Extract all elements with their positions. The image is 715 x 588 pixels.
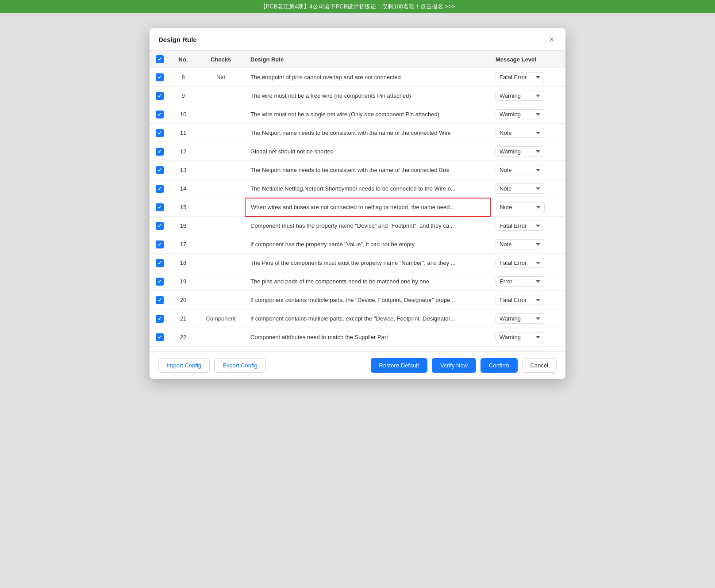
col-level: Message Level xyxy=(490,51,565,68)
row-level-select[interactable]: Fatal ErrorErrorWarningNote xyxy=(496,183,544,194)
row-number: 10 xyxy=(170,105,196,124)
table-row: 14The Netlable,Netflag,Netport,Shortsymb… xyxy=(150,179,565,198)
row-number: 22 xyxy=(170,328,196,347)
row-level-select[interactable]: Fatal ErrorErrorWarningNote xyxy=(496,165,544,175)
table-row: 23If component contains multiple parts, … xyxy=(150,347,565,352)
row-rule: If component contains multiple parts, ex… xyxy=(245,309,490,328)
table-header-row: No. Checks Design Rule Message Level xyxy=(150,51,565,68)
cancel-button[interactable]: Cancel xyxy=(522,358,557,373)
table-row: 18The Pins of the components must exist … xyxy=(150,254,565,272)
col-checks: Checks xyxy=(196,51,245,68)
row-rule: The Netlable,Netflag,Netport,Shortsymbol… xyxy=(245,179,490,198)
row-number: 20 xyxy=(170,291,196,309)
row-level-select[interactable]: Fatal ErrorErrorWarningNote xyxy=(496,91,544,101)
table-row: 17If component has the property name "Va… xyxy=(150,235,565,254)
row-checks xyxy=(196,328,245,347)
row-checkbox[interactable] xyxy=(156,129,164,137)
row-checkbox-cell xyxy=(150,161,170,179)
row-checks xyxy=(196,217,245,235)
row-checks xyxy=(196,235,245,254)
row-number: 17 xyxy=(170,235,196,254)
close-button[interactable]: × xyxy=(546,34,557,44)
row-level-cell: Fatal ErrorErrorWarningNote xyxy=(490,272,565,291)
row-checkbox-cell xyxy=(150,87,170,105)
row-level-select[interactable]: Fatal ErrorErrorWarningNote xyxy=(496,146,544,157)
row-checkbox[interactable] xyxy=(156,222,164,230)
row-level-select[interactable]: Fatal ErrorErrorWarningNote xyxy=(496,332,544,342)
row-checkbox[interactable] xyxy=(156,259,164,267)
row-checkbox[interactable] xyxy=(156,166,164,174)
table-row: 19The pins and pads of the components ne… xyxy=(150,272,565,291)
row-checks xyxy=(196,161,245,179)
row-checkbox[interactable] xyxy=(156,73,164,81)
row-checkbox[interactable] xyxy=(156,315,164,323)
row-checkbox-cell xyxy=(150,328,170,347)
row-rule: Global net should not be shorted xyxy=(245,142,490,161)
footer-left: Import Config Export Config xyxy=(158,358,266,373)
row-level-select[interactable]: Fatal ErrorErrorWarningNote xyxy=(496,72,544,82)
table-row: 20If component contains multiple parts, … xyxy=(150,291,565,309)
row-level-select[interactable]: Fatal ErrorErrorWarningNote xyxy=(496,351,544,351)
row-level-select[interactable]: Fatal ErrorErrorWarningNote xyxy=(496,128,544,138)
row-number: 13 xyxy=(170,161,196,179)
row-checkbox-cell xyxy=(150,291,170,309)
row-checkbox[interactable] xyxy=(156,111,164,118)
row-level-cell: Fatal ErrorErrorWarningNote xyxy=(490,105,565,124)
row-checks xyxy=(196,347,245,352)
row-checkbox-cell xyxy=(150,198,170,217)
table-row: 21ComponentIf component contains multipl… xyxy=(150,309,565,328)
confirm-button[interactable]: Confirm xyxy=(481,358,518,373)
row-checkbox-cell xyxy=(150,124,170,142)
row-checkbox[interactable] xyxy=(156,92,164,100)
design-rule-dialog: Design Rule × No. Checks Design Rule Mes… xyxy=(150,28,565,379)
restore-default-button[interactable]: Restore Default xyxy=(371,358,427,373)
row-checkbox[interactable] xyxy=(156,333,164,341)
row-number: 23 xyxy=(170,347,196,352)
row-checkbox-cell xyxy=(150,217,170,235)
row-number: 16 xyxy=(170,217,196,235)
row-checks xyxy=(196,254,245,272)
row-checkbox[interactable] xyxy=(156,241,164,248)
row-level-cell: Fatal ErrorErrorWarningNote xyxy=(490,124,565,142)
row-checkbox[interactable] xyxy=(156,203,164,211)
row-checks xyxy=(196,272,245,291)
col-no: No. xyxy=(170,51,196,68)
row-level-select[interactable]: Fatal ErrorErrorWarningNote xyxy=(496,109,544,119)
table-row: 16Component must has the property name "… xyxy=(150,217,565,235)
row-checkbox-cell xyxy=(150,347,170,352)
row-rule: If component contains multiple parts, ea… xyxy=(245,347,490,352)
footer-right: Restore Default Verify Now Confirm Cance… xyxy=(371,358,557,373)
row-level-select[interactable]: Fatal ErrorErrorWarningNote xyxy=(496,313,544,324)
row-checks: Component xyxy=(196,309,245,328)
table-row: 10The wire must not be a single net wire… xyxy=(150,105,565,124)
import-config-button[interactable]: Import Config xyxy=(158,358,210,373)
row-number: 15 xyxy=(170,198,196,217)
verify-now-button[interactable]: Verify Now xyxy=(432,358,476,373)
row-level-cell: Fatal ErrorErrorWarningNote xyxy=(490,68,565,87)
row-level-select[interactable]: Fatal ErrorErrorWarningNote xyxy=(496,239,544,249)
row-level-select[interactable]: Fatal ErrorErrorWarningNote xyxy=(496,276,544,286)
export-config-button[interactable]: Export Config xyxy=(214,358,266,373)
header-checkbox[interactable] xyxy=(156,55,164,63)
row-level-select[interactable]: Fatal ErrorErrorWarningNote xyxy=(496,295,544,305)
table-row: 9The wire must not be a free wire (no co… xyxy=(150,87,565,105)
row-rule: The wire must not be a free wire (no com… xyxy=(245,87,490,105)
row-level-select[interactable]: Fatal ErrorErrorWarningNote xyxy=(496,258,544,268)
row-number: 21 xyxy=(170,309,196,328)
row-checks xyxy=(196,124,245,142)
row-checks: Net xyxy=(196,68,245,87)
row-checkbox[interactable] xyxy=(156,296,164,304)
row-level-cell: Fatal ErrorErrorWarningNote xyxy=(490,347,565,352)
row-level-select[interactable]: Fatal ErrorErrorWarningNote xyxy=(496,202,545,212)
design-rule-table: No. Checks Design Rule Message Level 8Ne… xyxy=(150,51,565,351)
row-rule: Component must has the property name "De… xyxy=(245,217,490,235)
row-checkbox[interactable] xyxy=(156,185,164,193)
row-level-cell: Fatal ErrorErrorWarningNote xyxy=(490,87,565,105)
row-level-select[interactable]: Fatal ErrorErrorWarningNote xyxy=(496,221,544,231)
row-checkbox-cell xyxy=(150,179,170,198)
row-checkbox[interactable] xyxy=(156,148,164,156)
row-number: 8 xyxy=(170,68,196,87)
row-checkbox-cell xyxy=(150,105,170,124)
row-checkbox[interactable] xyxy=(156,278,164,286)
row-level-cell: Fatal ErrorErrorWarningNote xyxy=(490,179,565,198)
